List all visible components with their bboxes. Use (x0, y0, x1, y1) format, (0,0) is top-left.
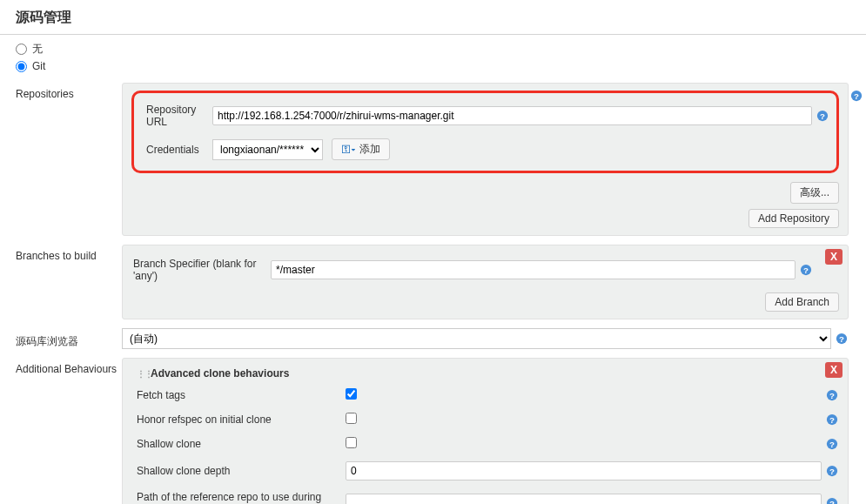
honor-refspec-label: Honor refspec on initial clone (131, 413, 346, 426)
delete-behaviour-button[interactable]: X (825, 362, 843, 378)
highlight-box: Repository URL ? Credentials longxi (131, 91, 839, 173)
svg-text:?: ? (854, 91, 859, 101)
key-icon: ⚿▾ (341, 144, 356, 154)
branch-specifier-label: Branch Specifier (blank for 'any') (131, 258, 271, 282)
fetch-tags-checkbox[interactable] (346, 388, 357, 400)
svg-text:?: ? (829, 415, 835, 425)
shallow-depth-label: Shallow clone depth (131, 465, 346, 477)
svg-text:?: ? (820, 111, 825, 121)
scm-none-label: 无 (32, 42, 43, 57)
drag-handle-icon[interactable]: ⋮⋮ (137, 369, 145, 379)
help-icon[interactable]: ? (799, 263, 813, 277)
help-icon[interactable]: ? (825, 437, 839, 451)
scm-radio-group: 无 Git (0, 35, 866, 79)
fetch-tags-label: Fetch tags (131, 389, 346, 401)
help-icon[interactable]: ? (825, 464, 839, 478)
svg-text:?: ? (829, 467, 835, 476)
help-icon[interactable]: ? (825, 388, 839, 402)
credentials-select[interactable]: longxiaonan/****** (212, 139, 323, 160)
branches-label: Branches to build (0, 245, 122, 262)
behaviour-title: Advanced clone behaviours (151, 367, 289, 380)
branch-specifier-input[interactable] (271, 260, 796, 279)
behaviour-title-row: ⋮⋮ Advanced clone behaviours (131, 364, 839, 383)
svg-text:?: ? (803, 265, 809, 275)
shallow-clone-label: Shallow clone (131, 438, 346, 450)
ref-repo-label: Path of the reference repo to use during… (131, 491, 346, 504)
repo-url-label: Repository URL (141, 104, 212, 128)
credentials-label: Credentials (141, 144, 212, 156)
svg-text:?: ? (829, 391, 835, 400)
section-header: 源码管理 (0, 0, 866, 35)
repo-url-input[interactable] (212, 106, 812, 125)
help-icon[interactable]: ? (825, 496, 839, 504)
help-icon[interactable]: ? (849, 89, 863, 103)
repositories-label: Repositories (0, 83, 122, 100)
help-icon[interactable]: ? (835, 332, 849, 346)
svg-text:?: ? (829, 499, 835, 505)
shallow-depth-input[interactable] (346, 461, 822, 480)
scm-radio-none[interactable] (16, 44, 27, 55)
delete-branch-button[interactable]: X (825, 249, 843, 265)
scm-option-git[interactable]: Git (16, 58, 850, 74)
section-title: 源码管理 (16, 10, 71, 24)
ref-repo-input[interactable] (346, 494, 822, 504)
scm-option-none[interactable]: 无 (16, 40, 850, 58)
honor-refspec-checkbox[interactable] (346, 413, 357, 424)
scm-git-label: Git (32, 60, 45, 72)
help-icon[interactable]: ? (816, 109, 829, 123)
behaviours-label: Additional Behaviours (0, 358, 122, 375)
add-credentials-button[interactable]: ⚿▾添加 (332, 138, 390, 160)
scm-radio-git[interactable] (16, 61, 27, 72)
add-repository-button[interactable]: Add Repository (749, 209, 839, 228)
svg-text:?: ? (829, 440, 835, 449)
svg-text:?: ? (839, 334, 844, 344)
add-branch-button[interactable]: Add Branch (765, 292, 839, 312)
help-icon[interactable]: ? (825, 413, 839, 427)
browser-select[interactable]: (自动) (122, 328, 831, 349)
advanced-button[interactable]: 高级... (790, 182, 839, 204)
browser-label: 源码库浏览器 (0, 329, 122, 349)
shallow-clone-checkbox[interactable] (346, 437, 357, 448)
